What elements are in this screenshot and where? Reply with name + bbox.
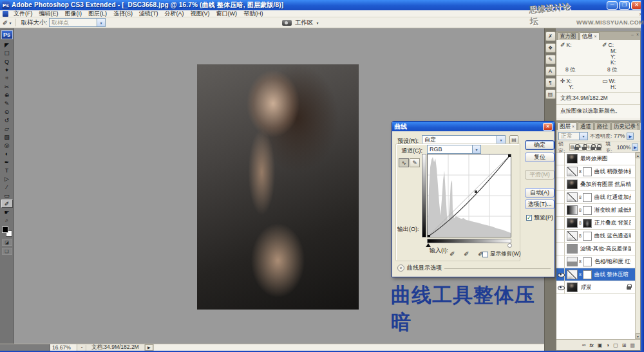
photo-image[interactable] [197, 64, 359, 310]
tool-button[interactable]: ☛ [1, 208, 13, 216]
layer-style-icon[interactable]: fx [590, 343, 594, 347]
menu-item[interactable]: 编辑(E) [36, 10, 62, 18]
layer-visibility-toggle[interactable] [556, 153, 565, 165]
layer-row[interactable]: 8 曲线 稍微整体提亮 [556, 165, 640, 178]
layer-row[interactable]: 8 正片叠底 背景压暗 [556, 217, 640, 230]
dialog-close-button[interactable]: ✕ [543, 123, 553, 131]
layer-visibility-toggle[interactable] [556, 165, 565, 178]
horizontal-scrollbar[interactable] [153, 344, 544, 351]
tool-button[interactable]: ⌗ [1, 74, 13, 82]
menu-item[interactable]: 文件(F) [10, 10, 36, 18]
black-point-slider[interactable] [426, 243, 431, 247]
preview-checkbox[interactable]: ✓ 预览(P) [526, 214, 553, 222]
panel-tab[interactable]: 通道 × [578, 122, 594, 130]
adjustment-layer-icon[interactable]: ◑ [606, 342, 609, 348]
tool-button[interactable]: ▱ [1, 124, 13, 133]
panel-tab[interactable]: 直方图 × [557, 32, 579, 40]
layer-visibility-toggle[interactable] [556, 281, 565, 293]
fill-spinner[interactable]: ▶ [632, 144, 638, 151]
layer-row[interactable]: 8 渐变映射 减低饱和 [556, 204, 640, 217]
layer-thumbnail[interactable] [567, 180, 578, 189]
tool-button[interactable]: ↺ [1, 116, 13, 124]
layer-name[interactable]: 正片叠底 背景压暗 [594, 219, 631, 227]
tool-button[interactable]: ✐ [1, 199, 13, 208]
tab-close-icon[interactable]: × [594, 34, 597, 39]
reset-button[interactable]: 复位 [525, 153, 554, 162]
tool-button[interactable]: ✦ [1, 66, 13, 74]
screen-mode-button[interactable]: ❏ [2, 248, 12, 255]
blend-mode-select[interactable]: 正常 ▾ [558, 132, 588, 140]
layer-visibility-toggle[interactable] [556, 243, 565, 255]
tool-button[interactable]: T [1, 166, 13, 174]
restore-button[interactable]: ❐ [619, 1, 630, 10]
scroll-down-icon[interactable]: ▼ [636, 333, 641, 339]
layer-mask-thumbnail[interactable] [583, 193, 592, 202]
current-tool-box[interactable]: ✐ ▾ [3, 19, 11, 26]
menu-item[interactable]: 窗口(W) [213, 10, 241, 18]
display-options-label[interactable]: 曲线显示选项 [407, 264, 442, 272]
scroll-up-icon[interactable]: ▲ [636, 153, 641, 158]
menu-item[interactable]: 分析(A) [162, 10, 187, 18]
panel-tab[interactable]: 信息 × [580, 32, 600, 40]
layer-name[interactable]: 曲线 稍微整体提亮 [594, 168, 631, 176]
menu-item[interactable]: 滤镜(T) [136, 10, 162, 18]
version-cue-icon[interactable]: ◔ [77, 345, 86, 351]
layer-mask-thumbnail[interactable] [583, 270, 592, 279]
layer-thumbnail[interactable] [567, 270, 578, 279]
layer-name[interactable]: 最终效果图 [580, 155, 608, 163]
panel-tab[interactable]: 图层 × [557, 122, 577, 130]
layer-name[interactable]: 色相/饱和度 红色 [594, 258, 631, 266]
layer-thumbnail[interactable] [567, 154, 578, 163]
paragraph-icon[interactable]: ¶ [545, 78, 556, 88]
tool-button[interactable]: ∕ [1, 183, 13, 191]
tool-button[interactable]: ▷ [1, 174, 13, 183]
layer-thumbnail[interactable] [567, 257, 578, 266]
tool-button[interactable]: ⌕ [1, 216, 13, 225]
tool-button[interactable]: ✒ [1, 158, 13, 166]
layer-row[interactable]: 8 最终效果图 [556, 153, 640, 165]
tool-button[interactable]: ✎ [1, 99, 13, 107]
layer-mask-thumbnail[interactable] [583, 206, 592, 215]
layer-name[interactable]: 渐变映射 减低饱和 [594, 207, 631, 214]
options-button[interactable]: 选项(T)... [525, 199, 554, 209]
channel-select[interactable]: RGB ▾ [427, 145, 481, 154]
new-group-icon[interactable]: ▢ [613, 342, 618, 348]
layer-row[interactable]: 8 曲线 蓝色通道暗部... [556, 230, 640, 243]
layer-visibility-toggle[interactable] [556, 204, 565, 216]
menu-item[interactable]: 图层(L) [85, 10, 110, 18]
white-point-slider[interactable] [507, 243, 512, 248]
layer-row[interactable]: 8 曲线 红通道加点红 [556, 191, 640, 204]
layer-visibility-toggle[interactable] [556, 191, 565, 203]
panel-mini-controls[interactable]: ‒ × [631, 32, 639, 37]
layer-name[interactable]: 滤镜-其他-高反差保留-参数... [580, 245, 631, 253]
tool-button[interactable]: ◐ [1, 149, 13, 158]
workspace-button[interactable]: 工作区 [295, 19, 314, 27]
ok-button[interactable]: 确定 [525, 140, 554, 150]
auto-button[interactable]: 自动(A) [525, 188, 554, 198]
preset-menu-button[interactable]: ▤ [509, 135, 518, 144]
layer-name[interactable]: 曲线 红通道加点红 [594, 194, 631, 201]
layer-thumbnail[interactable] [567, 205, 578, 215]
dialog-title-bar[interactable]: 曲线 ✕ [392, 122, 554, 131]
layer-thumbnail[interactable] [567, 218, 578, 228]
layer-list-scrollbar[interactable]: ▲ ▼ [635, 153, 640, 339]
layer-thumbnail[interactable] [567, 283, 578, 292]
layer-visibility-toggle[interactable] [556, 230, 565, 242]
delete-layer-icon[interactable]: ▥ [630, 342, 635, 348]
layer-mask-thumbnail[interactable] [583, 232, 592, 241]
brushes-icon[interactable]: ✎ [545, 55, 556, 64]
lock-transparency-icon[interactable]: ▨ [569, 144, 576, 151]
menu-item[interactable]: 选择(S) [110, 10, 136, 18]
swatches-icon[interactable]: ❖ [545, 43, 556, 53]
layer-row[interactable]: 8 曲线 整体压暗 [556, 268, 640, 281]
tool-button[interactable]: ▧ [1, 133, 13, 141]
layer-name[interactable]: 曲线 整体压暗 [594, 271, 629, 279]
tool-button[interactable]: ⊙ [1, 107, 13, 116]
layer-thumbnail[interactable] [567, 167, 578, 176]
sample-size-select[interactable]: 取样点 ▾ [49, 18, 106, 27]
layer-mask-thumbnail[interactable] [583, 167, 592, 176]
tool-button[interactable]: ☐ [1, 49, 13, 57]
zoom-field[interactable]: 16.67% [50, 344, 77, 351]
layer-comps-icon[interactable]: ▤ [545, 89, 556, 99]
menu-item[interactable]: 视图(V) [187, 10, 213, 18]
